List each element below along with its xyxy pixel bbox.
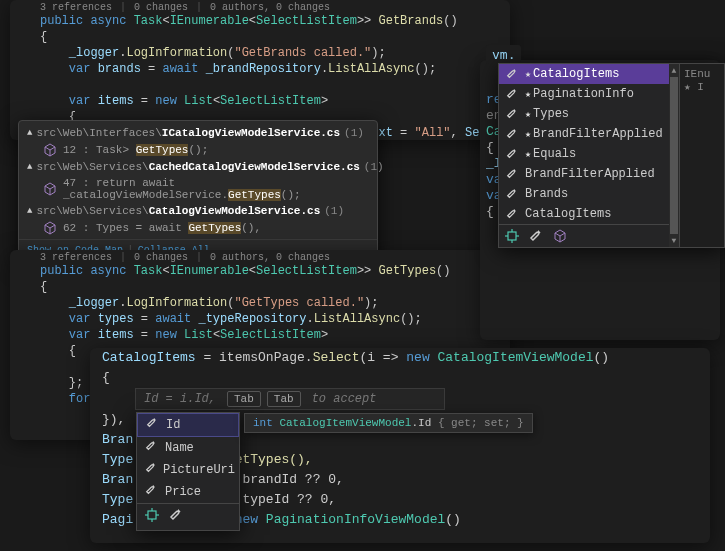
target-icon[interactable] [505, 229, 519, 243]
member-list-popup[interactable]: IdNamePictureUriPrice [136, 412, 240, 531]
wrench-icon[interactable] [169, 508, 183, 526]
wrench-icon [145, 440, 159, 456]
method-signature: public async Task<IEnumerable<SelectList… [10, 13, 510, 29]
intellisense-footer [499, 224, 669, 247]
reference-line-row[interactable]: 12 : Task> GetTypes(); [19, 141, 377, 159]
code-panel-getbrands: 3 references | 0 changes | 0 authors, 0 … [10, 0, 510, 140]
reference-file-row[interactable]: ▲src\Web\Services\CatalogViewModelServic… [19, 203, 377, 219]
member-item[interactable]: Id [137, 413, 239, 437]
codelens-bar[interactable]: 3 references | 0 changes | 0 authors, 0 … [10, 250, 510, 263]
svg-rect-0 [508, 232, 516, 240]
wrench-icon [505, 168, 519, 180]
intellisense-item[interactable]: CatalogItems [499, 204, 669, 224]
intellisense-side-info: IEnu ★ I [679, 64, 724, 247]
intellisense-item[interactable]: BrandFilterApplied [499, 164, 669, 184]
wrench-icon [505, 208, 519, 220]
intellisense-item[interactable]: Brands [499, 184, 669, 204]
wrench-icon [505, 128, 519, 140]
reference-line-row[interactable]: 62 : Types = await GetTypes(), [19, 219, 377, 237]
intellisense-item[interactable]: ★CatalogItems [499, 64, 669, 84]
intellisense-item[interactable]: ★PaginationInfo [499, 84, 669, 104]
wrench-icon[interactable] [529, 229, 543, 243]
intellisense-trigger-text: vm. [486, 45, 521, 64]
cube-icon[interactable] [553, 229, 567, 243]
member-item[interactable]: Name [137, 437, 239, 459]
reference-file-row[interactable]: ▲src\Web\Interfaces\ICatalogViewModelSer… [19, 125, 377, 141]
wrench-icon [505, 108, 519, 120]
member-footer [137, 503, 239, 530]
intellisense-item[interactable]: ★BrandFilterApplied [499, 124, 669, 144]
wrench-icon [505, 188, 519, 200]
wrench-icon [145, 484, 159, 500]
parameter-info-tooltip: int CatalogItemViewModel.Id { get; set; … [244, 413, 533, 433]
scrollbar[interactable]: ▲▼ [669, 64, 679, 247]
wrench-icon [505, 88, 519, 100]
reference-file-row[interactable]: ▲src\Web\Services\CachedCatalogViewModel… [19, 159, 377, 175]
target-icon[interactable] [145, 508, 159, 526]
member-item[interactable]: PictureUri [137, 459, 239, 481]
intellisense-item[interactable]: ★Types [499, 104, 669, 124]
codelens-bar[interactable]: 3 references | 0 changes | 0 authors, 0 … [10, 0, 510, 13]
tab-key-hint: Tab [267, 391, 301, 407]
codelens-references-popup[interactable]: ▲src\Web\Interfaces\ICatalogViewModelSer… [18, 120, 378, 263]
wrench-icon [505, 68, 519, 80]
intellisense-popup[interactable]: ★CatalogItems★PaginationInfo★Types★Brand… [498, 63, 725, 248]
wrench-icon [146, 417, 160, 433]
svg-rect-5 [148, 511, 156, 519]
inline-suggestion: Id = i.Id, Tab Tab to accept [135, 388, 445, 410]
wrench-icon [145, 462, 157, 478]
tab-key-hint: Tab [227, 391, 261, 407]
member-item[interactable]: Price [137, 481, 239, 503]
intellisense-item[interactable]: ★Equals [499, 144, 669, 164]
reference-line-row[interactable]: 47 : return await _catalogViewModelServi… [19, 175, 377, 203]
wrench-icon [505, 148, 519, 160]
